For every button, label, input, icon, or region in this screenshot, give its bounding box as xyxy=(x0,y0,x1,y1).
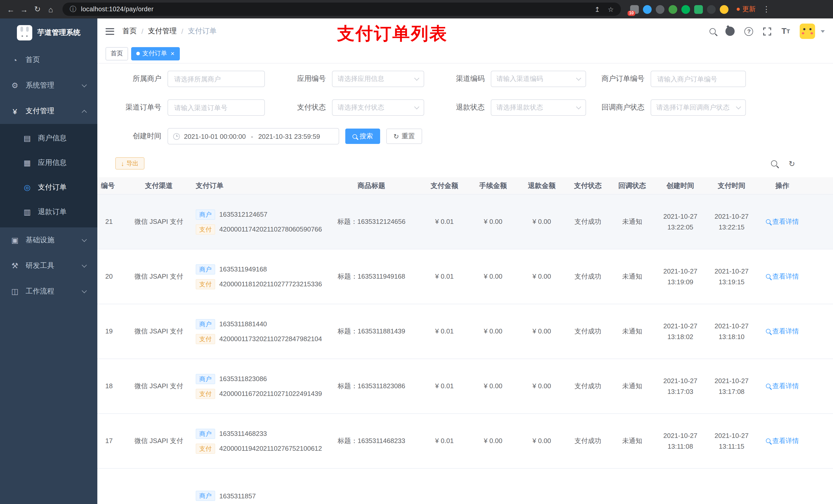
export-button[interactable]: ↓ 导出 xyxy=(115,157,144,170)
grid-icon: ▦ xyxy=(23,158,32,167)
site-info-icon[interactable]: ⓘ xyxy=(70,5,76,14)
extension-icon-green[interactable] xyxy=(669,5,677,14)
chevron-down-icon xyxy=(414,75,419,81)
github-icon[interactable] xyxy=(726,27,735,36)
sidebar-item-app-info[interactable]: ▦ 应用信息 xyxy=(0,150,97,175)
sidebar-item-infrastructure[interactable]: ▣ 基础设施 xyxy=(0,227,97,253)
view-detail-link[interactable]: 查看详情 xyxy=(766,326,799,336)
tab-pay-order[interactable]: 支付订单 × xyxy=(131,47,180,60)
chevron-up-icon xyxy=(82,110,87,115)
search-button[interactable]: 搜索 xyxy=(345,128,380,144)
filter-label: 应用编号 xyxy=(265,74,332,83)
tab-label: 首页 xyxy=(111,49,123,58)
dashboard-icon: ◔ xyxy=(10,55,20,64)
cell-refund: ¥ 0.00 xyxy=(518,381,566,391)
user-avatar[interactable] xyxy=(800,24,815,39)
tab-close-icon[interactable]: × xyxy=(171,50,174,57)
pay-status-select[interactable]: 请选择支付状态 xyxy=(332,99,424,116)
app-no-select[interactable]: 请选择应用信息 xyxy=(332,71,424,87)
avatar-dropdown-caret[interactable] xyxy=(821,30,825,32)
search-icon[interactable] xyxy=(710,28,716,34)
table-row[interactable]: 21 微信 JSAPI 支付 商户1635312124657 支付4200001… xyxy=(97,195,833,249)
table-row[interactable]: 17 微信 JSAPI 支付 商户1635311468233 支付4200001… xyxy=(97,414,833,469)
extension-icon-pin[interactable] xyxy=(707,5,716,14)
callback-status-select[interactable]: 请选择订单回调商户状态 xyxy=(651,99,746,116)
reload-icon[interactable]: ↻ xyxy=(31,5,44,14)
help-icon[interactable] xyxy=(745,27,753,35)
refresh-table-icon[interactable]: ↻ xyxy=(789,160,795,167)
sidebar-item-pay-order[interactable]: ◎ 支付订单 xyxy=(0,175,97,200)
cell-id: 20 xyxy=(97,272,133,282)
cell-pay-time: 2021-10-2713:22:15 xyxy=(706,211,757,232)
breadcrumb-payment[interactable]: 支付管理 xyxy=(148,27,177,36)
browser-menu-icon[interactable]: ⋮ xyxy=(760,5,773,14)
cell-channel: 微信 JSAPI 支付 xyxy=(133,327,185,337)
cell-status: 支付成功 xyxy=(566,327,610,337)
extension-icon-green-check[interactable] xyxy=(681,5,690,14)
sidebar-item-label: 退款订单 xyxy=(38,208,67,217)
create-time-range-picker[interactable]: 2021-10-01 00:00:00 - 2021-10-31 23:59:5… xyxy=(168,128,339,144)
sidebar-item-home[interactable]: ◔ 首页 xyxy=(0,47,97,73)
extension-icon-badged[interactable]: 10 xyxy=(630,5,639,14)
merchant-filter-input[interactable] xyxy=(168,71,265,87)
col-channel: 支付渠道 xyxy=(133,181,185,190)
merchant-order-no-input[interactable] xyxy=(651,71,746,87)
cell-pay-time: 2021-10-2713:11:15 xyxy=(706,431,757,452)
view-detail-link[interactable]: 查看详情 xyxy=(766,381,799,391)
view-detail-link[interactable]: 查看详情 xyxy=(766,217,799,226)
cell-amount: ¥ 0.01 xyxy=(420,217,469,227)
view-detail-link[interactable]: 查看详情 xyxy=(766,271,799,282)
font-size-icon[interactable]: T xyxy=(782,27,790,35)
merchant-tag: 商户 xyxy=(196,491,215,501)
bookmark-star-icon[interactable]: ☆ xyxy=(608,5,614,13)
sidebar-item-label: 基础设施 xyxy=(26,236,54,245)
extension-icon-blue[interactable] xyxy=(643,5,652,14)
share-icon[interactable]: ↥ xyxy=(595,5,600,13)
refund-status-select[interactable]: 请选择退款状态 xyxy=(491,99,586,116)
extension-icon-gray[interactable] xyxy=(656,5,664,14)
reset-button[interactable]: ↻ 重置 xyxy=(386,128,422,144)
cell-refund: ¥ 0.00 xyxy=(518,436,566,446)
search-icon xyxy=(766,219,770,224)
table-row[interactable]: 19 微信 JSAPI 支付 商户1635311881440 支付4200001… xyxy=(97,304,833,359)
toggle-search-icon[interactable] xyxy=(771,160,778,166)
home-icon[interactable]: ⌂ xyxy=(44,5,57,14)
sidebar-item-refund-order[interactable]: ▥ 退款订单 xyxy=(0,200,97,224)
tools-icon: ⚒ xyxy=(10,261,20,270)
cell-fee: ¥ 0.00 xyxy=(469,217,518,227)
browser-update-button[interactable]: 更新 xyxy=(737,5,756,14)
channel-code-select[interactable]: 请输入渠道编码 xyxy=(491,71,586,87)
hamburger-icon[interactable] xyxy=(105,28,114,34)
app-logo[interactable]: 芋道管理系统 xyxy=(0,19,97,47)
select-placeholder: 请输入渠道编码 xyxy=(496,74,543,83)
forward-icon[interactable]: → xyxy=(18,5,31,14)
view-detail-link[interactable]: 查看详情 xyxy=(766,436,799,446)
extension-icon-chat[interactable] xyxy=(694,5,703,14)
sidebar-item-dev-tools[interactable]: ⚒ 研发工具 xyxy=(0,253,97,279)
cell-title: 标题：1635311881439 xyxy=(323,327,420,337)
address-bar[interactable]: ⓘ localhost:1024/pay/order ↥ ☆ xyxy=(63,3,621,16)
sidebar-item-merchant-info[interactable]: ▤ 商户信息 xyxy=(0,126,97,150)
table-row-partial[interactable]: 商户1635311857 xyxy=(97,469,833,504)
chevron-down-icon xyxy=(82,288,87,293)
breadcrumb-home[interactable]: 首页 xyxy=(122,27,137,36)
search-icon xyxy=(766,329,770,334)
chevron-down-icon xyxy=(82,237,87,242)
table-row[interactable]: 18 微信 JSAPI 支付 商户1635311823086 支付4200001… xyxy=(97,359,833,414)
cell-amount: ¥ 0.01 xyxy=(420,381,469,391)
workflow-icon: ◫ xyxy=(10,287,20,296)
back-icon[interactable]: ← xyxy=(4,5,18,14)
channel-order-no-input[interactable] xyxy=(168,99,265,116)
table-row[interactable]: 20 微信 JSAPI 支付 商户1635311949168 支付4200001… xyxy=(97,249,833,304)
cell-status: 支付成功 xyxy=(566,436,610,446)
merchant-tag: 商户 xyxy=(196,209,215,219)
fullscreen-icon[interactable] xyxy=(763,27,772,35)
sidebar-item-system[interactable]: ⚙ 系统管理 xyxy=(0,73,97,98)
sidebar-item-payment[interactable]: ¥ 支付管理 xyxy=(0,98,97,124)
tab-home[interactable]: 首页 xyxy=(105,47,128,60)
sidebar-item-workflow[interactable]: ◫ 工作流程 xyxy=(0,279,97,304)
cell-channel: 微信 JSAPI 支付 xyxy=(133,381,185,391)
col-actions: 操作 xyxy=(757,181,807,190)
profile-avatar-icon[interactable] xyxy=(720,5,729,14)
cell-status: 支付成功 xyxy=(566,272,610,282)
